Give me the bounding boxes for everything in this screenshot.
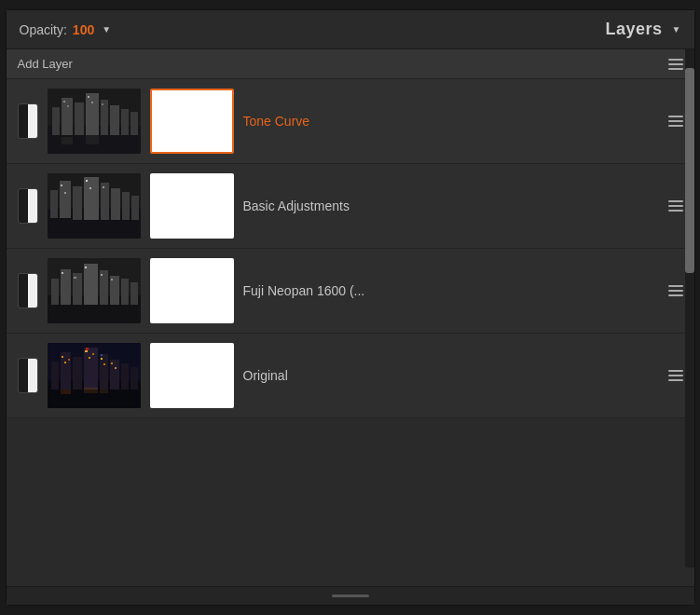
svg-rect-7 (110, 105, 119, 135)
svg-rect-57 (130, 367, 138, 390)
svg-rect-71 (84, 388, 98, 393)
svg-rect-31 (103, 186, 104, 188)
svg-rect-26 (131, 196, 139, 220)
svg-rect-34 (51, 279, 59, 305)
layer-name: Tone Curve (243, 114, 659, 129)
svg-rect-53 (84, 348, 98, 390)
opacity-dropdown-arrow[interactable]: ▼ (102, 24, 111, 34)
svg-rect-66 (111, 362, 113, 364)
svg-rect-21 (73, 186, 82, 220)
svg-rect-41 (130, 282, 138, 305)
layers-area: Add Layer (7, 49, 694, 586)
layer-effect-preview (150, 89, 234, 154)
layer-options-menu-icon[interactable] (668, 370, 683, 381)
layer-item[interactable]: Fuji Neopan 1600 (... (7, 249, 694, 334)
layer-item[interactable]: Tone Curve (7, 79, 694, 164)
svg-rect-50 (51, 362, 59, 390)
layer-visibility-toggle[interactable] (18, 188, 38, 224)
svg-rect-10 (63, 101, 65, 102)
svg-rect-69 (101, 354, 103, 356)
svg-rect-72 (100, 390, 108, 393)
menu-line-3 (668, 125, 683, 127)
opacity-value[interactable]: 100 (73, 22, 94, 37)
add-layer-menu-icon[interactable] (668, 59, 683, 70)
layer-visibility-toggle[interactable] (18, 358, 38, 393)
layer-effect-preview (150, 258, 234, 323)
menu-line-2 (668, 63, 683, 65)
svg-rect-37 (84, 264, 98, 305)
svg-rect-59 (64, 362, 66, 363)
layer-visibility-toggle[interactable] (18, 273, 38, 308)
opacity-label: Opacity: (20, 22, 67, 37)
scrollbar-track (685, 49, 694, 567)
svg-rect-42 (62, 272, 63, 274)
svg-rect-68 (86, 348, 89, 350)
svg-rect-40 (121, 279, 129, 305)
panel-title: Layers (606, 20, 663, 39)
layers-panel: Opacity: 100 ▼ Layers ▼ Add Layer (6, 9, 695, 606)
svg-rect-62 (89, 357, 90, 359)
layer-options-menu-icon[interactable] (668, 116, 683, 127)
layer-effect-preview (150, 173, 234, 239)
svg-rect-19 (50, 190, 58, 218)
svg-rect-12 (88, 96, 89, 98)
svg-rect-52 (73, 357, 82, 390)
svg-rect-13 (91, 102, 93, 103)
menu-line-1 (668, 116, 683, 117)
menu-line-2 (668, 290, 683, 292)
layer-thumbnail (48, 258, 141, 323)
layers-dropdown-arrow[interactable]: ▼ (672, 24, 681, 34)
layer-options-menu-icon[interactable] (668, 200, 683, 212)
menu-line-3 (668, 294, 683, 296)
layers-list: Tone Curve (7, 79, 694, 586)
svg-rect-22 (84, 177, 99, 220)
svg-rect-61 (85, 350, 88, 352)
svg-rect-43 (85, 266, 87, 268)
svg-rect-3 (62, 98, 73, 135)
svg-rect-8 (121, 109, 129, 135)
svg-rect-67 (115, 367, 117, 369)
svg-rect-60 (68, 359, 70, 361)
svg-rect-16 (86, 135, 99, 144)
svg-rect-25 (122, 192, 130, 220)
menu-line-2 (668, 375, 683, 376)
svg-rect-23 (101, 183, 109, 220)
svg-rect-44 (101, 274, 103, 276)
svg-rect-11 (67, 105, 69, 107)
add-layer-bar[interactable]: Add Layer (7, 49, 694, 79)
svg-rect-30 (89, 187, 91, 189)
layer-name: Original (243, 368, 659, 383)
svg-rect-64 (101, 358, 103, 360)
svg-rect-5 (86, 93, 99, 135)
menu-line-2 (668, 120, 683, 122)
layer-options-menu-icon[interactable] (668, 285, 683, 296)
layer-thumbnail (48, 173, 141, 239)
svg-rect-28 (64, 192, 66, 194)
layer-item[interactable]: Basic Adjustments (7, 164, 694, 249)
menu-line-3 (668, 210, 683, 212)
resize-handle[interactable] (332, 594, 369, 597)
svg-rect-45 (74, 277, 76, 279)
menu-line-3 (668, 379, 683, 381)
svg-rect-35 (61, 269, 71, 305)
svg-rect-63 (92, 353, 94, 355)
panel-header: Opacity: 100 ▼ Layers ▼ (7, 10, 694, 49)
panel-title-section: Layers ▼ (606, 20, 681, 39)
layer-thumbnail (48, 89, 141, 154)
svg-rect-65 (103, 363, 105, 365)
svg-rect-9 (130, 112, 138, 135)
svg-rect-14 (102, 103, 103, 105)
menu-line-1 (668, 285, 683, 287)
svg-rect-2 (52, 107, 60, 135)
menu-line-1 (668, 59, 683, 61)
layer-visibility-toggle[interactable] (18, 103, 38, 139)
svg-rect-27 (61, 184, 62, 186)
layer-name: Basic Adjustments (243, 198, 659, 213)
layer-name: Fuji Neopan 1600 (... (243, 283, 659, 298)
layer-item[interactable]: Original (7, 334, 694, 418)
svg-rect-15 (62, 137, 73, 144)
menu-line-1 (668, 200, 683, 202)
scrollbar-thumb[interactable] (685, 68, 694, 273)
menu-line-1 (668, 370, 683, 372)
svg-rect-46 (111, 279, 113, 280)
